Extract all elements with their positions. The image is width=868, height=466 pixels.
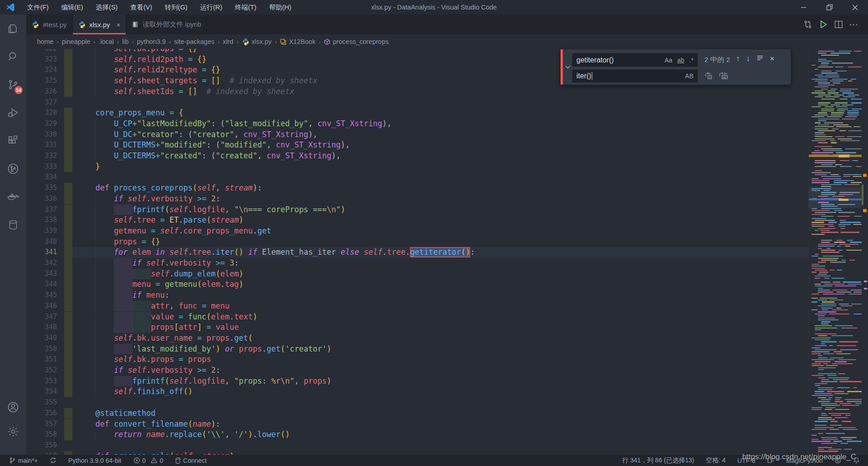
line-number[interactable]: 332 — [26, 151, 57, 162]
restore-button[interactable] — [816, 0, 842, 14]
line-number[interactable]: 329 — [26, 119, 57, 129]
line-number[interactable]: 337 — [26, 204, 57, 215]
encoding-status[interactable]: UTF-8 — [737, 457, 755, 464]
menu-item-5[interactable]: 运行(R) — [193, 0, 228, 14]
menu-item-0[interactable]: 文件(F) — [21, 0, 55, 14]
more-actions-icon[interactable]: ⋯ — [846, 17, 862, 32]
match-case-icon[interactable]: Aa — [665, 57, 672, 64]
explorer-icon[interactable] — [0, 14, 26, 43]
next-match-icon[interactable]: ↓ — [746, 54, 750, 63]
line-number[interactable]: 344 — [26, 279, 57, 290]
close-window-button[interactable] — [842, 0, 868, 14]
line-number[interactable]: 360 — [26, 451, 57, 455]
menu-item-4[interactable]: 转到(G) — [159, 0, 194, 14]
breadcrumb-item-lib[interactable]: lib — [122, 38, 129, 45]
git-graph-icon[interactable] — [0, 155, 26, 183]
line-number[interactable]: 331 — [26, 140, 57, 151]
line-number[interactable]: 353 — [26, 376, 57, 387]
line-number[interactable]: 328 — [26, 108, 57, 119]
line-number[interactable]: 351 — [26, 354, 57, 365]
breadcrumb-item-python3.9[interactable]: python3.9 — [137, 38, 166, 45]
run-debug-icon[interactable] — [0, 99, 26, 127]
code-editor[interactable]: 322self.bk.props = {}323self.relid2path … — [26, 49, 868, 455]
whole-word-icon[interactable]: ab — [677, 57, 684, 64]
breadcrumb-item-.local[interactable]: .local — [99, 38, 114, 45]
docker-icon[interactable] — [0, 183, 26, 211]
eol-status[interactable]: LF — [767, 457, 774, 464]
line-number[interactable]: 340 — [26, 237, 57, 247]
breadcrumb-item-site_packages[interactable]: site-packages — [174, 38, 214, 45]
account-icon[interactable] — [0, 393, 26, 421]
tab-#test.py[interactable]: #test.py — [26, 14, 73, 34]
tab-xlsx.py[interactable]: xlsx.py× — [73, 14, 127, 34]
menu-item-3[interactable]: 查看(V) — [124, 0, 158, 14]
breadcrumb-item-xlrd[interactable]: xlrd — [223, 38, 233, 45]
line-number[interactable]: 333 — [26, 162, 57, 172]
minimap-slider[interactable] — [809, 187, 862, 208]
database-icon[interactable] — [0, 211, 26, 239]
line-number[interactable]: 325 — [26, 76, 57, 86]
line-number[interactable]: 345 — [26, 290, 57, 301]
replace-one-icon[interactable]: bc — [704, 71, 713, 80]
close-tab-icon[interactable]: × — [116, 21, 120, 29]
line-number[interactable]: 347 — [26, 312, 57, 323]
menu-item-7[interactable]: 帮助(H) — [263, 0, 297, 14]
line-number[interactable]: 336 — [26, 194, 57, 204]
menu-item-2[interactable]: 选择(S) — [90, 0, 124, 14]
find-input[interactable]: getiterator() Aa ab .* — [572, 53, 698, 67]
minimize-button[interactable] — [791, 0, 816, 14]
line-number[interactable]: 342 — [26, 258, 57, 269]
line-number[interactable]: 354 — [26, 386, 57, 397]
indentation-status[interactable]: 空格: 4 — [706, 456, 726, 465]
line-number[interactable]: 339 — [26, 226, 57, 237]
breadcrumb-item-process_coreprops[interactable]: process_coreprops — [324, 38, 388, 45]
line-number[interactable]: 357 — [26, 419, 57, 430]
line-number[interactable]: 349 — [26, 333, 57, 344]
menu-item-1[interactable]: 编辑(E) — [55, 0, 90, 14]
settings-gear-icon[interactable] — [0, 421, 26, 442]
replace-input[interactable]: iter() AB — [572, 70, 698, 82]
find-in-selection-icon[interactable] — [756, 54, 764, 63]
line-number[interactable]: 359 — [26, 440, 57, 451]
search-icon[interactable] — [0, 43, 26, 71]
breadcrumb-item-pineapple[interactable]: pineapple — [62, 38, 90, 45]
line-number[interactable]: 346 — [26, 301, 57, 312]
line-number[interactable]: 330 — [26, 129, 57, 140]
sync-status[interactable] — [50, 457, 57, 464]
line-number[interactable]: 323 — [26, 54, 57, 65]
menu-item-6[interactable]: 终端(T) — [229, 0, 263, 14]
line-number[interactable]: 335 — [26, 183, 57, 194]
connect-status[interactable]: Connect — [175, 457, 207, 464]
line-number[interactable]: 348 — [26, 322, 57, 333]
language-mode-status[interactable]: MagicPython — [786, 457, 823, 464]
line-number[interactable]: 358 — [26, 429, 57, 440]
split-editor-icon[interactable] — [831, 17, 846, 32]
line-number[interactable]: 324 — [26, 65, 57, 76]
line-number[interactable]: 355 — [26, 397, 57, 408]
line-number[interactable]: 352 — [26, 365, 57, 376]
notifications-bell-icon[interactable] — [853, 457, 860, 464]
close-find-icon[interactable]: × — [770, 54, 774, 63]
line-number[interactable]: 338 — [26, 215, 57, 226]
replace-all-icon[interactable]: abac — [719, 71, 729, 80]
open-changes-icon[interactable] — [800, 17, 816, 32]
minimap[interactable] — [808, 49, 862, 455]
line-number[interactable]: 341 — [26, 247, 57, 258]
run-python-file-icon[interactable] — [816, 17, 831, 32]
preserve-case-icon[interactable]: AB — [685, 72, 693, 80]
feedback-icon[interactable] — [835, 457, 841, 464]
python-interpreter-status[interactable]: Python 3.9.0 64-bit — [68, 457, 122, 464]
regex-icon[interactable]: .* — [689, 57, 693, 64]
breadcrumb-item-xlsx.py[interactable]: xlsx.py — [242, 38, 272, 46]
breadcrumb-item-X12Book[interactable]: X12Book — [280, 38, 316, 45]
extensions-icon[interactable] — [0, 127, 26, 155]
toggle-replace-icon[interactable] — [565, 64, 571, 70]
breadcrumb-item-home[interactable]: home — [37, 38, 53, 45]
line-number[interactable]: 334 — [26, 172, 57, 183]
overview-ruler[interactable] — [862, 49, 868, 455]
line-number[interactable]: 343 — [26, 269, 57, 280]
line-number[interactable]: 356 — [26, 408, 57, 419]
source-control-icon[interactable]: 14 — [0, 71, 26, 99]
previous-match-icon[interactable]: ↑ — [736, 54, 740, 63]
line-number[interactable]: 350 — [26, 344, 57, 355]
